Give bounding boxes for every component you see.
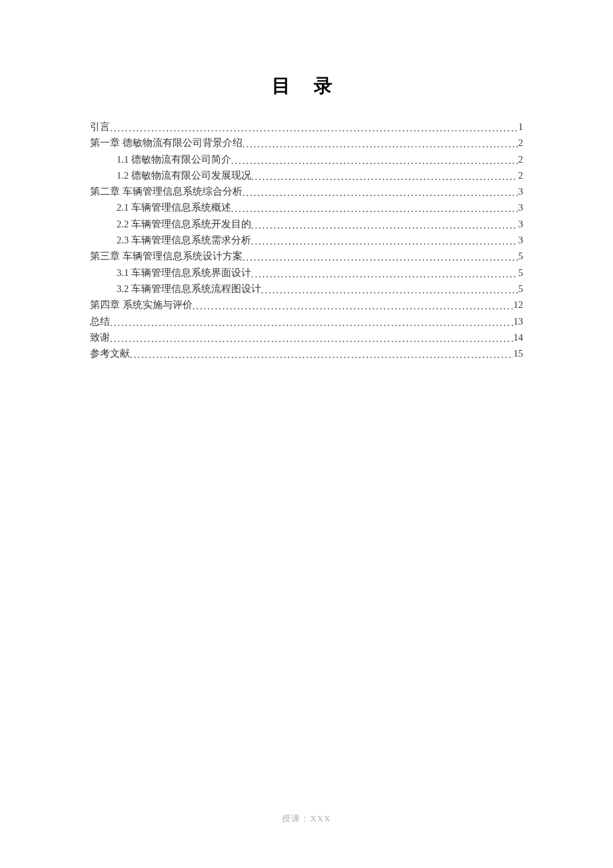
toc-entry-page: 3 (518, 199, 523, 215)
toc-entry: 第二章 车辆管理信息系统综合分析3 (90, 183, 523, 199)
toc-leader-dots (243, 136, 518, 152)
toc-entry-label: 2.2 车辆管理信息系统开发目的 (117, 216, 251, 232)
toc-entry-page: 13 (513, 313, 524, 329)
toc-entry-label: 参考文献 (90, 345, 130, 361)
toc-entry: 2.2 车辆管理信息系统开发目的3 (90, 216, 523, 232)
toc-entry-label: 3.2 车辆管理信息系统流程图设计 (117, 281, 261, 297)
toc-entry: 2.3 车辆管理信息系统需求分析3 (90, 232, 523, 248)
toc-leader-dots (110, 315, 513, 331)
toc-leader-dots (243, 185, 518, 201)
toc-entry: 1.1 德敏物流有限公司简介2 (90, 151, 523, 167)
toc-entry-label: 第三章 车辆管理信息系统设计方案 (90, 248, 243, 264)
toc-entry-page: 12 (513, 297, 524, 313)
toc-leader-dots (251, 217, 518, 233)
toc-entry-label: 致谢 (90, 329, 110, 345)
page-content: 目 录 引言1第一章 德敏物流有限公司背景介绍21.1 德敏物流有限公司简介21… (0, 0, 613, 361)
toc-entry-label: 引言 (90, 119, 110, 135)
toc-list: 引言1第一章 德敏物流有限公司背景介绍21.1 德敏物流有限公司简介21.2 德… (90, 119, 523, 361)
toc-entry-page: 2 (518, 151, 523, 167)
toc-entry: 参考文献15 (90, 345, 523, 361)
page-footer: 授课：XXX (0, 813, 613, 825)
toc-entry-label: 第二章 车辆管理信息系统综合分析 (90, 183, 243, 199)
toc-leader-dots (231, 153, 518, 169)
toc-entry-page: 3 (518, 232, 523, 248)
toc-entry: 第一章 德敏物流有限公司背景介绍2 (90, 135, 523, 151)
toc-entry-page: 5 (518, 248, 523, 264)
toc-entry-page: 2 (518, 135, 523, 151)
toc-entry-label: 1.2 德敏物流有限公司发展现况 (117, 167, 251, 183)
toc-entry-label: 2.1 车辆管理信息系统概述 (117, 199, 231, 215)
toc-leader-dots (251, 169, 518, 185)
toc-leader-dots (193, 298, 513, 314)
toc-leader-dots (251, 233, 518, 249)
toc-entry: 第四章 系统实施与评价12 (90, 297, 523, 313)
toc-entry-label: 总结 (90, 313, 110, 329)
toc-entry-page: 5 (518, 281, 523, 297)
toc-leader-dots (231, 201, 518, 217)
toc-entry-label: 1.1 德敏物流有限公司简介 (117, 151, 231, 167)
toc-entry: 3.2 车辆管理信息系统流程图设计5 (90, 281, 523, 297)
toc-entry: 3.1 车辆管理信息系统界面设计5 (90, 265, 523, 281)
toc-entry-page: 1 (518, 119, 523, 135)
toc-leader-dots (261, 282, 518, 298)
toc-entry-page: 14 (513, 329, 524, 345)
toc-entry: 1.2 德敏物流有限公司发展现况2 (90, 167, 523, 183)
toc-entry-label: 第一章 德敏物流有限公司背景介绍 (90, 135, 243, 151)
toc-leader-dots (110, 120, 518, 136)
toc-entry: 致谢14 (90, 329, 523, 345)
toc-leader-dots (251, 266, 518, 282)
toc-entry: 第三章 车辆管理信息系统设计方案5 (90, 248, 523, 264)
toc-leader-dots (130, 347, 513, 363)
toc-leader-dots (243, 249, 518, 265)
toc-entry-page: 5 (518, 265, 523, 281)
toc-entry-page: 3 (518, 183, 523, 199)
toc-entry: 2.1 车辆管理信息系统概述3 (90, 199, 523, 215)
toc-entry: 总结13 (90, 313, 523, 329)
toc-entry-label: 第四章 系统实施与评价 (90, 297, 193, 313)
toc-title: 目 录 (90, 73, 523, 99)
toc-entry-page: 2 (518, 167, 523, 183)
toc-leader-dots (110, 331, 513, 347)
toc-entry-page: 15 (513, 345, 524, 361)
toc-entry-label: 3.1 车辆管理信息系统界面设计 (117, 265, 251, 281)
toc-entry: 引言1 (90, 119, 523, 135)
toc-entry-label: 2.3 车辆管理信息系统需求分析 (117, 232, 251, 248)
toc-entry-page: 3 (518, 216, 523, 232)
